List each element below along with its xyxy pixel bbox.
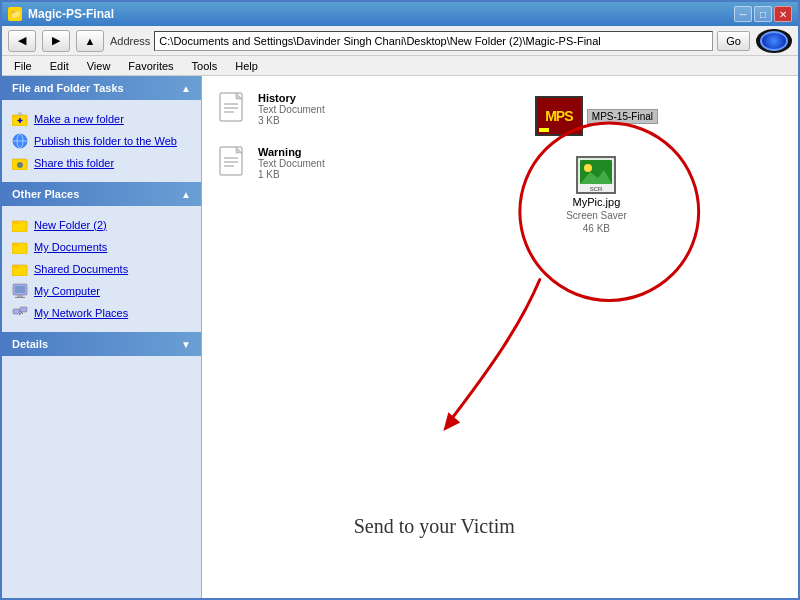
- svg-rect-13: [12, 243, 19, 246]
- file-list: History Text Document 3 KB: [214, 88, 786, 188]
- details-label: Details: [12, 338, 48, 350]
- maximize-button[interactable]: □: [754, 6, 772, 22]
- svg-rect-2: [19, 113, 21, 115]
- mypic-type: Screen Saver: [566, 210, 627, 221]
- svg-rect-15: [12, 265, 19, 268]
- warning-name: Warning: [258, 146, 325, 158]
- window-title: Magic-PS-Final: [28, 7, 114, 21]
- forward-button[interactable]: ▶: [42, 30, 70, 52]
- details-arrow: ▼: [181, 339, 191, 350]
- mps-icon: MPS: [535, 96, 583, 136]
- address-label: Address: [110, 35, 150, 47]
- mypic-icon-item[interactable]: SCR MyPic.jpg Screen Saver 46 KB: [535, 156, 658, 234]
- file-folder-tasks-section: File and Folder Tasks ▲ Make a new folde…: [2, 76, 201, 182]
- history-type: Text Document: [258, 104, 325, 115]
- svg-rect-20: [13, 309, 20, 314]
- svg-text:SCR: SCR: [590, 186, 603, 192]
- mps-final-label: MPS-15-Final: [587, 109, 658, 124]
- warning-type: Text Document: [258, 158, 325, 169]
- other-places-section: Other Places ▲ New Folder (2) My: [2, 182, 201, 332]
- file-folder-tasks-header[interactable]: File and Folder Tasks ▲: [2, 76, 201, 100]
- sidebar: File and Folder Tasks ▲ Make a new folde…: [2, 76, 202, 598]
- file-item-history[interactable]: History Text Document 3 KB: [214, 88, 786, 134]
- sidebar-item-publish-web[interactable]: Publish this folder to the Web: [8, 130, 195, 152]
- window-controls: ─ □ ✕: [734, 6, 792, 22]
- sidebar-item-my-computer[interactable]: My Computer: [8, 280, 195, 302]
- minimize-button[interactable]: ─: [734, 6, 752, 22]
- address-input[interactable]: [154, 31, 713, 51]
- mypic-size: 46 KB: [583, 223, 610, 234]
- mps-icon-container: MPS MPS-15-Final: [535, 96, 658, 136]
- content-area: History Text Document 3 KB: [202, 76, 798, 598]
- new-folder-2-label: New Folder (2): [34, 219, 107, 231]
- go-button[interactable]: Go: [717, 31, 750, 51]
- make-folder-label: Make a new folder: [34, 113, 124, 125]
- mypic-icon: SCR: [576, 156, 616, 194]
- window-icon: 📁: [8, 7, 22, 21]
- svg-marker-41: [443, 412, 460, 431]
- sidebar-item-new-folder-2[interactable]: New Folder (2): [8, 214, 195, 236]
- mps-final-icon-item[interactable]: MPS MPS-15-Final: [535, 96, 658, 136]
- ie-logo: [756, 29, 792, 53]
- network-places-label: My Network Places: [34, 307, 128, 319]
- menu-view[interactable]: View: [79, 58, 119, 74]
- other-places-content: New Folder (2) My Documents Shared Docum…: [2, 206, 201, 332]
- other-places-arrow: ▲: [181, 189, 191, 200]
- details-header[interactable]: Details ▼: [2, 332, 201, 356]
- close-button[interactable]: ✕: [774, 6, 792, 22]
- title-bar-left: 📁 Magic-PS-Final: [8, 7, 114, 21]
- address-bar: Address Go: [110, 31, 750, 51]
- svg-rect-18: [17, 295, 23, 297]
- share-folder-icon: [12, 155, 28, 171]
- sidebar-item-share-folder[interactable]: Share this folder: [8, 152, 195, 174]
- svg-rect-11: [12, 221, 19, 224]
- svg-point-36: [584, 164, 592, 172]
- make-folder-icon: [12, 111, 28, 127]
- send-to-victim-text: Send to your Victim: [354, 515, 515, 538]
- file-folder-tasks-content: Make a new folder Publish this folder to…: [2, 100, 201, 182]
- warning-details: Warning Text Document 1 KB: [258, 146, 325, 180]
- my-computer-label: My Computer: [34, 285, 100, 297]
- file-folder-tasks-label: File and Folder Tasks: [12, 82, 124, 94]
- sidebar-item-shared-documents[interactable]: Shared Documents: [8, 258, 195, 280]
- sidebar-item-network-places[interactable]: My Network Places: [8, 302, 195, 324]
- history-name: History: [258, 92, 325, 104]
- history-size: 3 KB: [258, 115, 325, 126]
- mps-stripe: [539, 128, 549, 132]
- file-folder-tasks-arrow: ▲: [181, 83, 191, 94]
- menu-edit[interactable]: Edit: [42, 58, 77, 74]
- title-bar: 📁 Magic-PS-Final ─ □ ✕: [2, 2, 798, 26]
- right-icons: MPS MPS-15-Final: [535, 96, 658, 234]
- menu-file[interactable]: File: [6, 58, 40, 74]
- svg-point-9: [17, 162, 23, 168]
- other-places-header[interactable]: Other Places ▲: [2, 182, 201, 206]
- publish-web-label: Publish this folder to the Web: [34, 135, 177, 147]
- warning-size: 1 KB: [258, 169, 325, 180]
- shared-documents-icon: [12, 261, 28, 277]
- menubar: File Edit View Favorites Tools Help: [2, 56, 798, 76]
- menu-help[interactable]: Help: [227, 58, 266, 74]
- main-window: 📁 Magic-PS-Final ─ □ ✕ ◀ ▶ ▲ Address Go …: [0, 0, 800, 600]
- my-documents-icon: [12, 239, 28, 255]
- back-button[interactable]: ◀: [8, 30, 36, 52]
- mypic-name: MyPic.jpg: [573, 196, 621, 208]
- publish-web-icon: [12, 133, 28, 149]
- svg-rect-19: [15, 297, 25, 298]
- menu-favorites[interactable]: Favorites: [120, 58, 181, 74]
- up-button[interactable]: ▲: [76, 30, 104, 52]
- new-folder-2-icon: [12, 217, 28, 233]
- my-documents-label: My Documents: [34, 241, 107, 253]
- svg-rect-1: [12, 115, 18, 118]
- my-computer-icon: [12, 283, 28, 299]
- toolbar: ◀ ▶ ▲ Address Go: [2, 26, 798, 56]
- network-places-icon: [12, 305, 28, 321]
- menu-tools[interactable]: Tools: [184, 58, 226, 74]
- history-doc-icon: [218, 92, 250, 130]
- file-item-warning[interactable]: Warning Text Document 1 KB: [214, 142, 786, 188]
- sidebar-item-make-folder[interactable]: Make a new folder: [8, 108, 195, 130]
- main-layout: File and Folder Tasks ▲ Make a new folde…: [2, 76, 798, 598]
- sidebar-item-my-documents[interactable]: My Documents: [8, 236, 195, 258]
- details-section: Details ▼: [2, 332, 201, 356]
- mps-text: MPS: [545, 108, 572, 124]
- svg-rect-21: [20, 307, 27, 312]
